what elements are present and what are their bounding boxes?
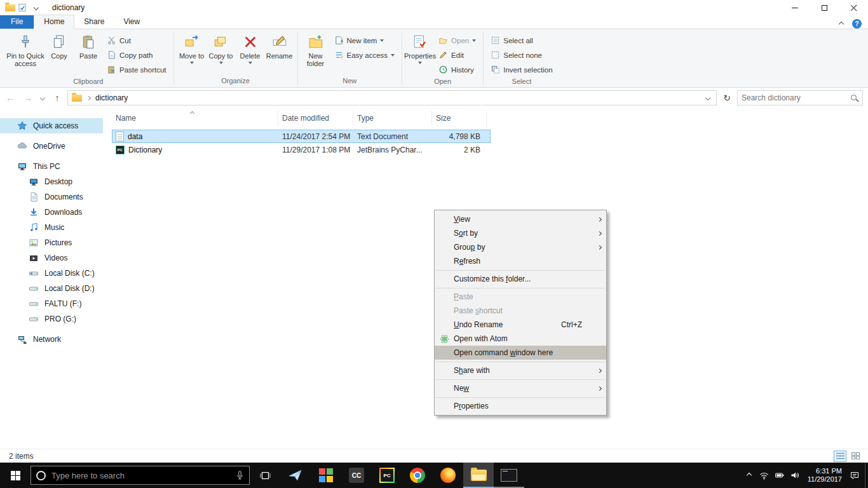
- sidebar-item-label: Local Disk (C:): [44, 269, 95, 278]
- cut-button[interactable]: Cut: [103, 33, 170, 48]
- easy-access-button[interactable]: Easy access: [330, 48, 399, 62]
- taskbar-clock[interactable]: 6:31 PM 11/29/2017: [803, 467, 847, 484]
- invert-selection-button[interactable]: Invert selection: [487, 62, 556, 77]
- action-center-button[interactable]: [847, 463, 862, 488]
- new-folder-button[interactable]: New folder: [301, 32, 330, 75]
- address-dropdown-button[interactable]: [703, 96, 712, 100]
- tray-volume-button[interactable]: [787, 463, 803, 488]
- sidebar-item-onedrive[interactable]: OneDrive: [0, 139, 103, 154]
- sidebar-item-downloads[interactable]: Downloads: [0, 205, 103, 220]
- back-button[interactable]: ←: [3, 90, 18, 105]
- tab-view[interactable]: View: [114, 15, 149, 29]
- taskbar-app-colorful-grid[interactable]: [311, 463, 341, 488]
- sidebar-item-desktop[interactable]: Desktop: [0, 174, 103, 189]
- pin-to-quick-access-button[interactable]: Pin to Quick access: [6, 32, 44, 75]
- breadcrumb-item[interactable]: dictionary: [95, 93, 128, 102]
- column-header-size[interactable]: Size: [432, 111, 487, 126]
- file-row-dictionary[interactable]: PC Dictionary 11/29/2017 1:08 PM JetBrai…: [112, 143, 491, 156]
- taskbar-app-terminal[interactable]: [494, 463, 524, 488]
- tray-battery-button[interactable]: [772, 463, 787, 488]
- context-menu-item-refresh[interactable]: Refresh: [435, 254, 606, 268]
- sidebar-item-pro-g[interactable]: PRO (G:): [0, 311, 103, 327]
- copy-button[interactable]: Copy: [44, 32, 74, 75]
- sidebar-item-videos[interactable]: Videos: [0, 250, 103, 266]
- context-menu-item-new[interactable]: New: [435, 381, 606, 395]
- refresh-button[interactable]: ↻: [719, 90, 735, 105]
- paste-button[interactable]: Paste: [74, 32, 103, 75]
- sidebar-item-faltu-f[interactable]: FALTU (F:): [0, 296, 103, 311]
- sidebar-item-pictures[interactable]: Pictures: [0, 235, 103, 250]
- paste-shortcut-button[interactable]: Paste shortcut: [103, 62, 170, 77]
- sidebar-item-documents[interactable]: Documents: [0, 189, 103, 205]
- start-button[interactable]: [0, 463, 31, 488]
- up-button[interactable]: ↑: [50, 90, 65, 105]
- search-icon[interactable]: [850, 94, 858, 102]
- rename-button[interactable]: Rename: [265, 32, 294, 75]
- delete-icon: [242, 34, 259, 50]
- file-size: 2 KB: [432, 146, 487, 154]
- open-button[interactable]: Open: [435, 33, 480, 48]
- menu-item-label: Open with Atom: [454, 334, 587, 343]
- forward-button[interactable]: →: [20, 90, 36, 105]
- column-header-name[interactable]: Name: [112, 111, 278, 126]
- context-menu-item-open-command-window-here[interactable]: Open command window here: [435, 346, 606, 360]
- tab-home[interactable]: Home: [34, 15, 74, 29]
- tab-share[interactable]: Share: [74, 15, 114, 29]
- recent-locations-button[interactable]: [38, 90, 47, 105]
- collapse-ribbon-icon[interactable]: [839, 21, 844, 26]
- clock-time: 6:31 PM: [808, 467, 842, 476]
- edit-button[interactable]: Edit: [435, 48, 480, 62]
- context-menu-item-undo-rename[interactable]: Undo Rename Ctrl+Z: [435, 318, 606, 332]
- taskbar-search-input[interactable]: [51, 471, 230, 480]
- sidebar-item-local-disk-c[interactable]: Local Disk (C:): [0, 266, 103, 281]
- address-bar[interactable]: dictionary: [67, 90, 717, 105]
- sidebar-item-this-pc[interactable]: This PC: [0, 159, 103, 174]
- column-header-date-modified[interactable]: Date modified: [278, 111, 353, 126]
- large-icons-view-button[interactable]: [849, 451, 862, 462]
- sidebar-item-network[interactable]: Network: [0, 332, 103, 347]
- tray-network-button[interactable]: [757, 463, 772, 488]
- taskbar-app-cc[interactable]: CC: [341, 463, 372, 488]
- microphone-icon[interactable]: [236, 470, 244, 480]
- taskbar-app-pycharm[interactable]: PC: [372, 463, 402, 488]
- taskbar-app-file-explorer[interactable]: [463, 463, 494, 488]
- sidebar-item-music[interactable]: Music: [0, 220, 103, 235]
- properties-button[interactable]: Properties: [405, 32, 435, 75]
- new-item-button[interactable]: New item: [330, 33, 399, 48]
- details-view-button[interactable]: [834, 451, 846, 462]
- history-button[interactable]: History: [435, 62, 480, 77]
- sidebar-item-local-disk-d[interactable]: Local Disk (D:): [0, 281, 103, 296]
- taskbar-app-chrome[interactable]: [402, 463, 433, 488]
- taskbar-search[interactable]: [31, 466, 250, 485]
- qat-customize-button[interactable]: [29, 1, 43, 15]
- context-menu-item-sort-by[interactable]: Sort by: [435, 226, 606, 240]
- sidebar-item-quick-access[interactable]: Quick access: [0, 118, 103, 133]
- context-menu-item-share-with[interactable]: Share with: [435, 363, 606, 377]
- menu-item-label: New: [454, 384, 587, 393]
- maximize-button[interactable]: [810, 0, 839, 15]
- file-row-data[interactable]: data 11/24/2017 2:54 PM Text Document 4,…: [112, 130, 491, 143]
- context-menu-item-group-by[interactable]: Group by: [435, 240, 606, 254]
- column-header-type[interactable]: Type: [353, 111, 432, 126]
- context-menu-item-view[interactable]: View: [435, 212, 606, 226]
- qat-properties-icon[interactable]: [15, 1, 29, 15]
- context-menu-item-open-with-atom[interactable]: Open with Atom: [435, 332, 606, 346]
- task-view-button[interactable]: [250, 463, 280, 488]
- help-icon[interactable]: ?: [852, 19, 862, 29]
- delete-button[interactable]: Delete: [236, 32, 265, 75]
- search-input[interactable]: [742, 93, 850, 102]
- taskbar-app-firefox[interactable]: [433, 463, 463, 488]
- close-button[interactable]: [839, 0, 868, 15]
- tray-show-hidden-icons-button[interactable]: [742, 463, 757, 488]
- show-desktop-button[interactable]: [865, 463, 868, 488]
- select-all-button[interactable]: Select all: [487, 33, 556, 48]
- taskbar-app-paper-plane[interactable]: [280, 463, 311, 488]
- select-none-button[interactable]: Select none: [487, 48, 556, 62]
- minimize-button[interactable]: [780, 0, 810, 15]
- copy-to-button[interactable]: Copy to: [207, 32, 236, 75]
- copy-path-button[interactable]: Copy path: [103, 48, 170, 62]
- move-to-button[interactable]: Move to: [177, 32, 207, 75]
- context-menu-item-properties[interactable]: Properties: [435, 399, 606, 413]
- tab-file[interactable]: File: [0, 15, 34, 29]
- context-menu-item-customize-folder[interactable]: Customize this folder...: [435, 272, 606, 286]
